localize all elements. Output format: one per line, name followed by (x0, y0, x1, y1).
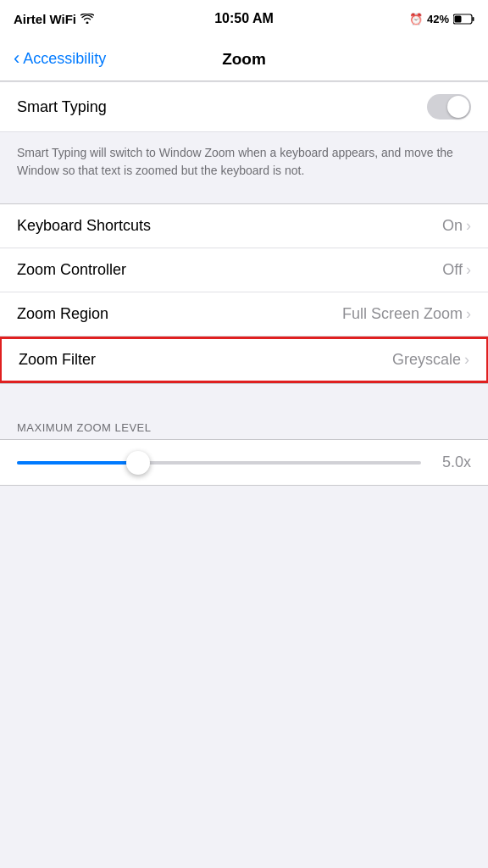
zoom-filter-label: Zoom Filter (19, 351, 96, 369)
zoom-slider-track[interactable] (17, 461, 421, 465)
keyboard-shortcuts-chevron-icon: › (466, 217, 471, 235)
zoom-value-label: 5.0x (433, 453, 471, 471)
zoom-filter-value-group: Greyscale › (392, 351, 469, 369)
zoom-region-value-group: Full Screen Zoom › (342, 305, 471, 323)
zoom-filter-chevron-icon: › (464, 351, 469, 369)
zoom-controller-label: Zoom Controller (17, 261, 126, 279)
slider-fill (17, 461, 138, 465)
zoom-controller-value-group: Off › (442, 261, 471, 279)
zoom-region-row[interactable]: Zoom Region Full Screen Zoom › (0, 292, 488, 337)
zoom-filter-value: Greyscale (392, 351, 461, 369)
status-bar: Airtel WiFi 10:50 AM ⏰ 42% (0, 0, 488, 37)
slider-section: 5.0x (0, 439, 488, 486)
status-left: Airtel WiFi (14, 12, 94, 26)
smart-typing-toggle[interactable] (427, 94, 471, 120)
back-label: Accessibility (23, 50, 106, 68)
keyboard-shortcuts-value: On (442, 217, 463, 235)
svg-rect-2 (455, 15, 462, 22)
zoom-region-value: Full Screen Zoom (342, 305, 463, 323)
slider-thumb[interactable] (126, 451, 150, 475)
battery-icon (453, 14, 474, 25)
status-right: ⏰ 42% (409, 13, 474, 25)
zoom-region-label: Zoom Region (17, 305, 108, 323)
max-zoom-section-header: MAXIMUM ZOOM LEVEL (0, 415, 488, 439)
toggle-knob (447, 96, 469, 118)
zoom-controller-value: Off (442, 261, 463, 279)
alarm-icon: ⏰ (409, 13, 423, 25)
status-time: 10:50 AM (214, 11, 274, 26)
back-chevron-icon: ‹ (14, 49, 19, 68)
wifi-icon (80, 14, 94, 24)
page-title: Zoom (222, 50, 266, 69)
keyboard-shortcuts-value-group: On › (442, 217, 471, 235)
slider-row: 5.0x (17, 453, 471, 471)
smart-typing-label: Smart Typing (17, 98, 107, 116)
smart-typing-row[interactable]: Smart Typing (0, 81, 488, 132)
back-button[interactable]: ‹ Accessibility (14, 50, 106, 68)
nav-bar: ‹ Accessibility Zoom (0, 37, 488, 81)
zoom-region-chevron-icon: › (466, 305, 471, 323)
carrier-label: Airtel WiFi (14, 12, 76, 26)
description-text: Smart Typing will switch to Window Zoom … (17, 146, 453, 177)
settings-group: Keyboard Shortcuts On › Zoom Controller … (0, 203, 488, 384)
zoom-controller-chevron-icon: › (466, 261, 471, 279)
svg-rect-1 (473, 17, 474, 21)
zoom-controller-row[interactable]: Zoom Controller Off › (0, 248, 488, 292)
zoom-filter-row[interactable]: Zoom Filter Greyscale › (0, 337, 488, 383)
content-area: Smart Typing Smart Typing will switch to… (0, 81, 488, 486)
battery-percent: 42% (427, 13, 449, 25)
group-spacer (0, 384, 488, 415)
keyboard-shortcuts-label: Keyboard Shortcuts (17, 217, 151, 235)
keyboard-shortcuts-row[interactable]: Keyboard Shortcuts On › (0, 204, 488, 248)
smart-typing-description: Smart Typing will switch to Window Zoom … (0, 132, 488, 197)
